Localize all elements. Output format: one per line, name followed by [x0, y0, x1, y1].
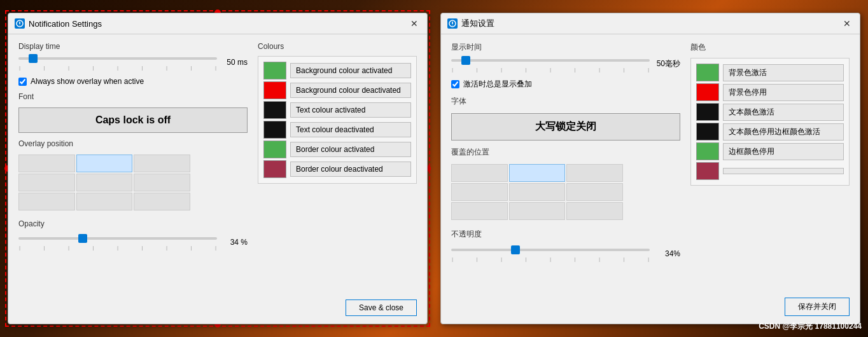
cn-opacity-slider-row: | | | | | | | | | 34% [451, 245, 680, 262]
en-left-panel: Display time | | | | | [18, 42, 248, 287]
en-colour-label-btn-5[interactable]: Border colour deactivated [290, 162, 411, 177]
en-colour-row-1: Background colour deactivated [263, 81, 411, 99]
en-pos-cell-mr[interactable] [134, 174, 190, 191]
cn-display-time-track[interactable] [451, 59, 650, 62]
en-colour-swatch-5[interactable] [263, 160, 286, 178]
en-colour-label-btn-4[interactable]: Border colour activated [290, 142, 411, 157]
en-colours-box: Background colour activatedBackground co… [258, 56, 417, 184]
cn-pos-cell-mr[interactable] [566, 183, 623, 201]
en-display-time-track[interactable] [18, 57, 217, 60]
en-pos-cell-bc[interactable] [76, 193, 133, 210]
cn-colour-label-btn-0[interactable]: 背景色激活 [723, 64, 844, 81]
en-pos-cell-tr[interactable] [134, 155, 190, 172]
cn-font-preview-button[interactable]: 大写锁定关闭 [451, 113, 680, 141]
cn-dialog-content: 显示时间 | | | | | | | [441, 34, 860, 292]
cn-save-close-button[interactable]: 保存并关闭 [785, 298, 850, 316]
en-opacity-label: Opacity [18, 219, 248, 228]
en-right-panel: Colours Background colour activatedBackg… [258, 42, 417, 287]
en-colour-label-btn-3[interactable]: Text colour deactivated [290, 122, 411, 137]
en-colour-row-0: Background colour activated [263, 62, 411, 79]
cn-overlay-position-label: 覆盖的位置 [451, 147, 680, 158]
en-always-show-row: Always show overlay when active [18, 77, 248, 86]
cn-notification-dialog: 通知设置 ✕ 显示时间 | | | | [440, 13, 860, 324]
cn-position-grid [451, 164, 623, 220]
en-always-show-label: Always show overlay when active [31, 77, 144, 86]
en-colour-swatch-3[interactable] [263, 121, 286, 139]
cn-colour-swatch-3[interactable] [696, 123, 719, 141]
en-pos-cell-bl[interactable] [18, 193, 75, 210]
cn-colour-swatch-4[interactable] [696, 142, 719, 160]
cn-colour-swatch-5[interactable] [696, 162, 719, 180]
cn-pos-cell-bc[interactable] [509, 202, 566, 220]
en-colour-swatch-4[interactable] [263, 141, 286, 158]
cn-opacity-label: 不透明度 [451, 229, 680, 240]
en-pos-cell-tl[interactable] [18, 155, 75, 172]
en-opacity-thumb[interactable] [78, 234, 87, 243]
cn-always-show-checkbox[interactable] [451, 80, 459, 88]
cn-display-time-label: 显示时间 [451, 42, 680, 53]
en-pos-cell-mc[interactable] [76, 174, 133, 191]
en-display-time-section: Display time | | | | | [18, 42, 248, 71]
cn-pos-cell-br[interactable] [566, 202, 623, 220]
cn-title-icon [447, 18, 458, 29]
en-notification-dialog: Notification Settings ✕ Display time [8, 13, 428, 324]
en-opacity-slider-container: | | | | | | | | | [18, 233, 217, 251]
cn-colour-swatch-0[interactable] [696, 64, 719, 81]
cn-pos-cell-bl[interactable] [451, 202, 508, 220]
cn-pos-cell-ml[interactable] [451, 183, 508, 201]
en-colour-row-2: Text colour activated [263, 101, 411, 119]
cn-right-panel: 颜色 背景色激活背景色停用文本颜色激活文本颜色停用边框颜色激活边框颜色停用 [690, 42, 850, 285]
cn-colour-swatch-2[interactable] [696, 103, 719, 121]
cn-dialog-footer: 保存并关闭 [441, 292, 860, 324]
en-dialog-footer: Save & close [8, 294, 427, 324]
en-opacity-track[interactable] [18, 237, 217, 240]
en-colour-row-4: Border colour activated [263, 141, 411, 158]
cn-display-time-slider-container: | | | | | | | | | [451, 55, 650, 72]
cn-pos-cell-tl[interactable] [451, 164, 508, 182]
cn-colour-label-btn-1[interactable]: 背景色停用 [723, 84, 844, 101]
cn-close-button[interactable]: ✕ [841, 17, 853, 30]
cn-display-time-thumb[interactable] [461, 56, 470, 65]
cn-colour-label-btn-4[interactable]: 边框颜色停用 [723, 143, 844, 160]
en-dialog-title: Notification Settings [15, 18, 102, 29]
cn-pos-cell-mc[interactable] [509, 183, 566, 201]
en-titlebar: Notification Settings ✕ [8, 13, 427, 34]
cn-pos-cell-tc[interactable] [509, 164, 566, 182]
cn-display-time-slider-row: | | | | | | | | | 50毫秒 [451, 55, 680, 72]
en-colour-swatch-2[interactable] [263, 101, 286, 119]
cn-pos-cell-tr[interactable] [566, 164, 623, 182]
en-always-show-checkbox[interactable] [18, 78, 27, 86]
cn-display-time-value: 50毫秒 [655, 58, 680, 69]
en-colour-swatch-1[interactable] [263, 81, 286, 99]
cn-opacity-thumb[interactable] [511, 245, 520, 254]
en-overlay-position-label: Overlay position [18, 139, 248, 148]
cn-opacity-ticks: | | | | | | | | | [451, 256, 650, 262]
en-colour-label-btn-0[interactable]: Background colour activated [290, 63, 411, 78]
cn-colour-label-btn-5[interactable] [723, 168, 844, 174]
cn-font-label: 字体 [451, 96, 680, 107]
cn-colour-row-3: 文本颜色停用边框颜色激活 [696, 123, 844, 141]
en-opacity-slider-row: | | | | | | | | | 34 % [18, 233, 248, 251]
en-colour-row-3: Text colour deactivated [263, 121, 411, 139]
en-colour-label-btn-2[interactable]: Text colour activated [290, 102, 411, 118]
en-close-button[interactable]: ✕ [408, 17, 421, 30]
en-font-preview-button[interactable]: Caps lock is off [18, 107, 248, 133]
en-display-time-label: Display time [18, 42, 248, 51]
en-colour-swatch-0[interactable] [263, 62, 286, 79]
cn-colour-label-btn-2[interactable]: 文本颜色激活 [723, 104, 844, 121]
en-pos-cell-ml[interactable] [18, 174, 75, 191]
en-save-close-button[interactable]: Save & close [346, 299, 417, 316]
en-colour-label-btn-1[interactable]: Background colour deactivated [290, 83, 411, 98]
cn-opacity-slider-container: | | | | | | | | | [451, 245, 650, 262]
cn-colour-row-1: 背景色停用 [696, 83, 844, 101]
cn-colour-label-btn-3[interactable]: 文本颜色停用边框颜色激活 [723, 123, 844, 141]
cn-colour-row-2: 文本颜色激活 [696, 103, 844, 121]
en-position-grid [18, 155, 190, 210]
en-display-time-value: 50 ms [222, 58, 248, 67]
en-pos-cell-br[interactable] [134, 193, 190, 210]
cn-colour-swatch-1[interactable] [696, 83, 719, 101]
cn-always-show-label: 激活时总是显示叠加 [463, 79, 532, 90]
cn-opacity-track[interactable] [451, 249, 650, 251]
en-display-time-thumb[interactable] [29, 54, 38, 63]
en-pos-cell-tc[interactable] [76, 155, 133, 172]
